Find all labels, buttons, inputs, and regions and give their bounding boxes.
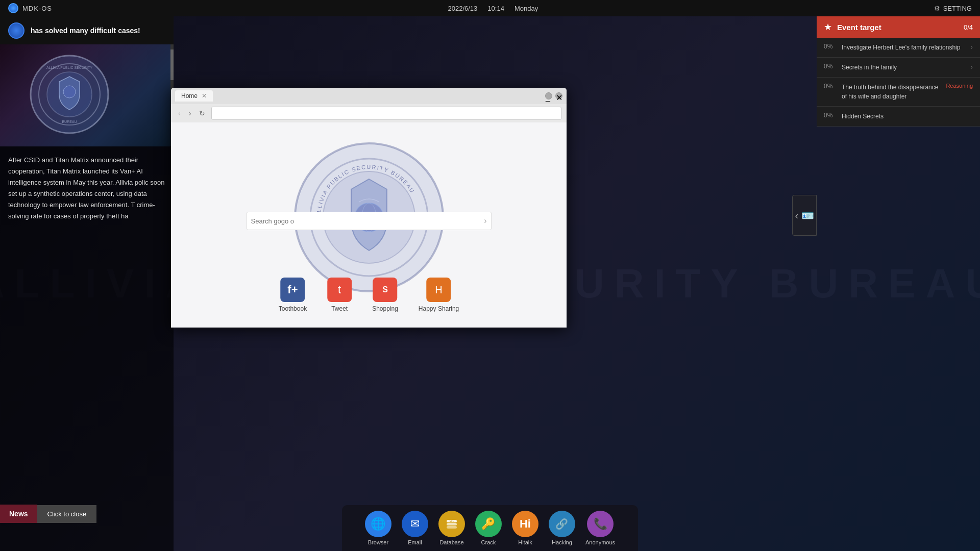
os-name: MDK-OS [22,5,52,12]
browser-toolbar: ‹ › ↻ [171,104,567,122]
event-percent-2: 0% [824,83,837,90]
current-day: Monday [514,5,538,12]
current-time: 10:14 [487,5,504,12]
shopping-label: Shopping [372,305,398,312]
taskbar-left: MDK-OS [8,3,52,13]
svg-text:BUREAU: BUREAU [62,120,77,123]
event-percent-3: 0% [824,112,837,119]
event-arrow-0: › [970,43,973,51]
dock-hacking[interactable]: 🔗 Hacking [546,509,578,547]
bottom-dock: 🌐 Browser ✉ Email SQL Database � [342,505,638,551]
window-controls: _ ✕ [545,92,562,99]
close-news-button[interactable]: Click to close [37,505,97,523]
search-input[interactable] [251,217,484,225]
browser-window: Home ✕ _ ✕ ‹ › ↻ [171,88,567,328]
hacking-dock-label: Hacking [552,539,572,545]
slide-panel-icon: ‹ 🪪 [795,209,814,221]
os-logo [8,3,18,13]
current-date: 2022/6/13 [448,5,478,12]
article-seal-svg: ALLIVIA PUBLIC SECURITY BUREAU [29,54,110,135]
event-item-1[interactable]: 0% Secrets in the family › [817,58,980,78]
dock-email[interactable]: ✉ Email [399,509,431,547]
happy-sharing-label: Happy Sharing [419,305,459,312]
svg-text:SQL: SQL [449,519,454,522]
tweet-icon: t [327,278,352,302]
happy-sharing-icon: H [427,278,451,302]
event-percent-0: 0% [824,43,837,50]
event-target-header: ★ Event target 0/4 [817,16,980,38]
app-tweet[interactable]: t Tweet [327,278,352,312]
shopping-icon: S [373,278,398,302]
event-item-3[interactable]: 0% Hidden Secrets [817,107,980,127]
anonymous-dock-icon: 📞 [587,511,614,537]
browser-apps: f+ Toothbook t Tweet S Shopping [279,278,459,312]
taskbar-center: 2022/6/13 10:14 Monday [448,5,538,12]
top-taskbar: MDK-OS 2022/6/13 10:14 Monday ⚙ SETTING [0,0,980,16]
event-item-2[interactable]: 0% The truth behind the disappearance of… [817,78,980,107]
crack-dock-label: Crack [481,539,496,545]
email-dock-label: Email [408,539,422,545]
event-target-panel: ★ Event target 0/4 0% Investigate Herber… [817,16,980,159]
email-dock-icon: ✉ [402,511,428,537]
browser-tab[interactable]: Home ✕ [175,90,213,102]
article-image: ALLIVIA PUBLIC SECURITY BUREAU [0,44,174,146]
slide-panel[interactable]: ‹ 🪪 [792,195,817,236]
app-happy-sharing[interactable]: H Happy Sharing [419,278,459,312]
event-target-title: Event target [837,23,881,32]
hacking-dock-icon: 🔗 [549,511,575,537]
dock-browser[interactable]: 🌐 Browser [362,509,395,547]
settings-gear-icon: ⚙ [934,5,940,12]
event-text-0: Investigate Herbert Lee's family relatio… [842,43,965,52]
search-go-button[interactable]: › [484,216,486,226]
forward-button[interactable]: › [187,107,193,119]
toothbook-icon: f+ [280,278,305,302]
dock-anonymous[interactable]: 📞 Anonymous [582,509,618,547]
app-shopping[interactable]: S Shopping [372,278,398,312]
svg-rect-14 [447,523,457,525]
event-reasoning-label: Reasoning [946,83,973,89]
address-input[interactable] [216,110,557,117]
address-bar[interactable] [211,107,561,120]
minimize-button[interactable]: _ [545,92,552,99]
database-dock-icon: SQL [438,511,465,537]
article-footer: News Click to close [0,505,174,523]
settings-wrap[interactable]: ⚙ SETTING [934,5,972,12]
svg-point-5 [63,86,76,98]
dock-hitalk[interactable]: Hi Hitalk [509,509,542,547]
news-header: has solved many difficult cases! [0,16,174,44]
event-item-0[interactable]: 0% Investigate Herbert Lee's family rela… [817,38,980,58]
taskbar-right: ⚙ SETTING [934,5,972,12]
scrollbar-thumb [170,49,174,80]
browser-search-bar[interactable]: › [247,212,492,230]
hitalk-dock-icon: Hi [512,511,538,537]
event-target-count: 0/4 [964,23,973,31]
crack-dock-icon: 🔑 [475,511,502,537]
tab-label: Home [181,92,198,99]
news-header-icon [8,22,24,39]
close-button[interactable]: ✕ [555,92,562,99]
svg-text:ALLIVIA PUBLIC SECURITY: ALLIVIA PUBLIC SECURITY [46,66,92,69]
tab-close-button[interactable]: ✕ [202,92,207,99]
browser-titlebar: Home ✕ _ ✕ [171,88,567,104]
browser-content: ALLIVIA PUBLIC SECURITY BUREAU › [171,122,567,328]
event-percent-1: 0% [824,63,837,70]
database-dock-label: Database [439,539,463,545]
desktop: ALLIVIA PUBLIC SECURITY BUREAU has solve… [0,16,980,551]
toothbook-label: Toothbook [279,305,307,312]
browser-dock-label: Browser [368,539,388,545]
refresh-button[interactable]: ↻ [197,107,207,119]
left-panel: has solved many difficult cases! ALLIVIA… [0,16,174,551]
article-text: After CSID and Titan Matrix announced th… [8,156,164,220]
news-label: News [0,505,37,523]
dock-crack[interactable]: 🔑 Crack [472,509,505,547]
dock-database[interactable]: SQL Database [435,509,468,547]
back-button[interactable]: ‹ [176,107,183,119]
browser-dock-icon: 🌐 [365,511,391,537]
event-arrow-1: › [970,63,973,71]
event-text-3: Hidden Secrets [842,112,973,121]
star-icon: ★ [824,21,832,33]
news-header-text: has solved many difficult cases! [31,27,140,35]
anonymous-dock-label: Anonymous [585,539,615,545]
app-toothbook[interactable]: f+ Toothbook [279,278,307,312]
event-text-2: The truth behind the disappearance of hi… [842,83,941,101]
